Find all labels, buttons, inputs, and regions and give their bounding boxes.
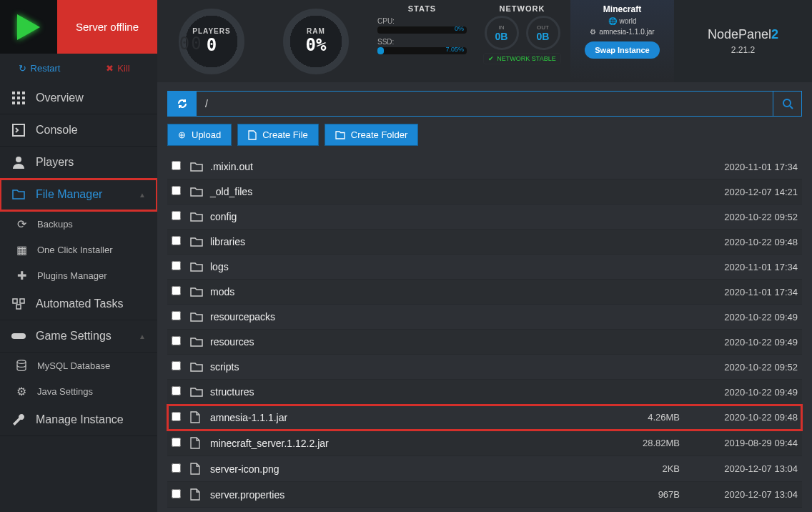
file-row[interactable]: resources2020-10-22 09:49 [167, 330, 802, 355]
file-row[interactable]: config2020-10-22 09:52 [167, 205, 802, 230]
sidebar-item-one-click[interactable]: ▦ One Click Installer [0, 237, 157, 262]
file-name: minecraft_server.1.12.2.jar [210, 438, 601, 449]
restart-button[interactable]: ↻ Restart [0, 54, 79, 82]
file-name: resources [210, 336, 601, 348]
svg-rect-12 [20, 299, 24, 303]
sidebar-item-file-manager[interactable]: File Manager ▲ [0, 179, 157, 211]
create-folder-button[interactable]: Create Folder [325, 124, 418, 146]
svg-rect-4 [17, 97, 20, 99]
file-date: 2020-11-01 17:34 [680, 262, 798, 272]
file-row[interactable]: _old_files2020-12-07 14:21 [167, 179, 802, 205]
file-row[interactable]: logs2020-11-01 17:34 [167, 255, 802, 280]
folder-icon [11, 187, 26, 202]
create-file-button[interactable]: Create File [237, 124, 319, 146]
kill-button[interactable]: ✖ Kill [79, 54, 157, 82]
start-button[interactable] [0, 0, 57, 54]
sidebar-item-automated-tasks[interactable]: Automated Tasks [0, 288, 157, 320]
network-status: ✔ NETWORK STABLE [483, 53, 560, 64]
file-row[interactable]: .mixin.out2020-11-01 17:34 [167, 154, 802, 179]
sidebar-item-plugins[interactable]: ✚ Plugins Manager [0, 262, 157, 288]
file-row[interactable]: server.properties967B2020-12-07 13:04 [167, 482, 802, 508]
file-row[interactable]: libraries2020-10-22 09:48 [167, 230, 802, 255]
file-date: 2020-11-01 17:34 [680, 287, 798, 297]
sidebar-item-overview[interactable]: Overview [0, 82, 157, 114]
backup-icon: ⟳ [14, 217, 29, 231]
top-bar: Server offline ↻ Restart ✖ Kill PLAYERS … [0, 0, 812, 82]
sidebar-item-manage-instance[interactable]: Manage Instance [0, 404, 157, 436]
file-row[interactable]: resourcepacks2020-10-22 09:49 [167, 305, 802, 330]
row-checkbox[interactable] [172, 386, 190, 398]
file-row[interactable]: minecraft_server.1.12.2.jar28.82MB2019-0… [167, 430, 802, 456]
file-date: 2020-10-22 09:52 [680, 212, 798, 222]
swap-instance-button[interactable]: Swap Instance [585, 41, 659, 59]
sidebar-item-mysql[interactable]: MySQL Database [0, 353, 157, 378]
file-row[interactable]: amnesia-1.1.1.jar4.26MB2020-10-22 09:48 [167, 405, 802, 430]
file-icon [190, 411, 210, 423]
file-name: server.properties [210, 489, 601, 501]
file-date: 2020-10-22 09:52 [680, 362, 798, 373]
folder-icon [190, 362, 210, 373]
players-gauge: PLAYERS 00 0 [179, 9, 244, 74]
file-date: 2020-10-22 09:49 [680, 387, 798, 398]
file-row[interactable]: scripts2020-10-22 09:52 [167, 355, 802, 380]
file-date: 2020-11-01 17:34 [680, 162, 798, 172]
row-checkbox[interactable] [172, 186, 190, 197]
sidebar-item-players[interactable]: Players [0, 147, 157, 179]
search-button[interactable] [773, 92, 801, 116]
row-checkbox[interactable] [172, 336, 190, 348]
svg-rect-1 [17, 92, 20, 94]
network-out: OUT 0B [526, 16, 560, 50]
row-checkbox[interactable] [172, 261, 190, 272]
row-checkbox[interactable] [172, 211, 190, 222]
svg-point-10 [16, 157, 21, 162]
file-date: 2020-12-07 13:04 [680, 489, 798, 500]
sidebar-item-game-settings[interactable]: Game Settings ▲ [0, 320, 157, 353]
row-checkbox[interactable] [172, 236, 190, 247]
upload-button[interactable]: ⊕ Upload [167, 124, 232, 146]
file-date: 2020-10-22 09:49 [680, 312, 798, 323]
chevron-up-icon: ▲ [139, 191, 146, 199]
restart-icon: ↻ [19, 63, 26, 74]
file-row[interactable]: mods2020-11-01 17:34 [167, 280, 802, 305]
players-value: 0 [207, 35, 217, 55]
svg-rect-6 [12, 102, 15, 104]
svg-rect-5 [22, 97, 25, 99]
file-row[interactable]: structures2020-10-22 09:49 [167, 380, 802, 405]
folder-icon [190, 237, 210, 247]
sidebar-item-console[interactable]: Console [0, 114, 157, 147]
row-checkbox[interactable] [172, 489, 190, 501]
svg-rect-14 [11, 333, 26, 339]
refresh-path-button[interactable] [168, 92, 197, 116]
upload-icon: ⊕ [178, 129, 186, 140]
gauges: PLAYERS 00 0 RAM 0% [157, 0, 370, 82]
content-area: ⊕ Upload Create File Create Folder .mixi… [157, 82, 812, 512]
gamepad-icon [11, 329, 26, 343]
globe-icon: 🌐 [608, 17, 617, 25]
row-checkbox[interactable] [172, 412, 190, 423]
file-name: resourcepacks [210, 311, 601, 323]
sidebar-item-java[interactable]: ⚙ Java Settings [0, 378, 157, 404]
svg-rect-8 [22, 102, 25, 104]
person-icon [11, 155, 26, 169]
sidebar-item-backups[interactable]: ⟳ Backups [0, 211, 157, 237]
row-checkbox[interactable] [172, 161, 190, 172]
file-name: config [210, 211, 601, 222]
action-bar: ⊕ Upload Create File Create Folder [157, 124, 812, 154]
row-checkbox[interactable] [172, 463, 190, 475]
file-row[interactable]: server-icon.png2KB2020-12-07 13:04 [167, 456, 802, 482]
row-checkbox[interactable] [172, 361, 190, 373]
file-date: 2020-10-22 09:48 [680, 237, 798, 247]
row-checkbox[interactable] [172, 438, 190, 449]
file-list: .mixin.out2020-11-01 17:34_old_files2020… [157, 154, 812, 512]
brand-panel: NodePanel2 2.21.2 [674, 0, 812, 82]
row-checkbox[interactable] [172, 311, 190, 323]
path-bar [167, 91, 802, 117]
file-size: 967B [601, 489, 680, 500]
gear-icon: ⚙ [590, 28, 596, 36]
gear-icon: ⚙ [14, 384, 29, 398]
path-input[interactable] [197, 92, 773, 116]
folder-icon [190, 262, 210, 272]
file-name: structures [210, 386, 601, 398]
folder-icon [190, 162, 210, 172]
row-checkbox[interactable] [172, 286, 190, 297]
